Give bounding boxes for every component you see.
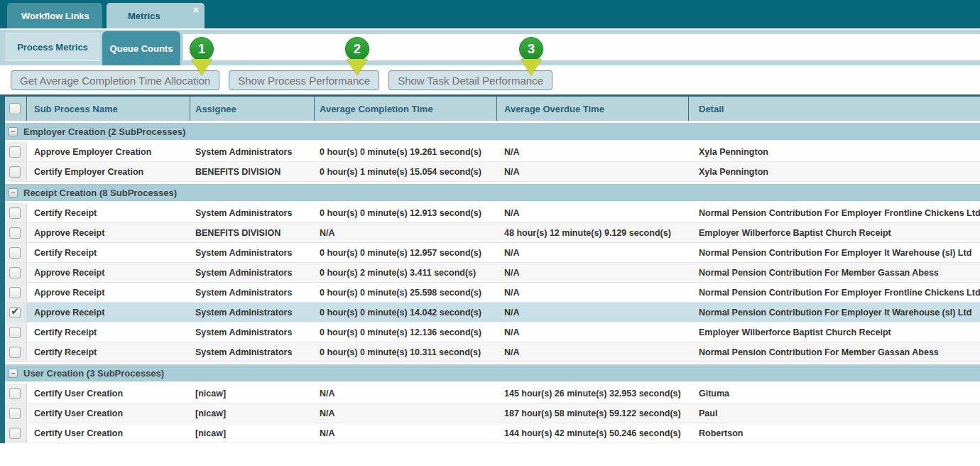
table-row[interactable]: Certify Receipt System Administrators 0 … <box>5 323 980 342</box>
table-row[interactable]: Certify User Creation [nicaw] N/A 145 ho… <box>5 384 980 403</box>
tab-metrics-label: Metrics <box>128 11 160 21</box>
row-checkbox[interactable] <box>9 347 21 358</box>
get-average-completion-time-allocation-button[interactable]: Get Average Completion Time Allocation <box>11 70 219 90</box>
row-checkbox[interactable] <box>9 227 21 239</box>
row-checkbox[interactable] <box>9 247 21 259</box>
cell-average-overdue-time: 144 hour(s) 42 minute(s) 50.246 second(s… <box>497 423 689 443</box>
cell-average-overdue-time: 145 hour(s) 26 minute(s) 32.953 second(s… <box>497 384 689 403</box>
row-checkbox[interactable] <box>9 146 21 158</box>
table-row[interactable]: Certify User Creation [nicaw] N/A 144 ho… <box>5 423 980 443</box>
row-checkbox-cell <box>5 283 27 302</box>
row-checkbox[interactable] <box>9 388 21 399</box>
group-label: User Creation (3 SubProcesses) <box>23 368 164 379</box>
tab-metrics[interactable]: Metrics × <box>107 3 205 28</box>
cell-assignee: System Administrators <box>190 283 315 302</box>
cell-detail: Normal Pension Contribution For Member G… <box>689 342 980 362</box>
cell-detail: Paul <box>689 403 980 423</box>
cell-average-overdue-time: N/A <box>497 243 689 262</box>
cell-detail: Robertson <box>689 423 980 443</box>
cell-assignee: System Administrators <box>190 342 315 362</box>
row-checkbox[interactable] <box>9 287 21 298</box>
column-header-assignee[interactable]: Assignee <box>190 97 315 121</box>
cell-assignee: BENEFITS DIVISION <box>190 223 315 242</box>
cell-average-completion-time: N/A <box>315 384 497 403</box>
row-checkbox[interactable] <box>9 428 21 439</box>
row-checkbox-cell <box>5 384 27 403</box>
callout-1-number: 1 <box>190 37 214 61</box>
column-header-sub-process-name[interactable]: Sub Process Name <box>27 97 190 121</box>
close-icon[interactable]: × <box>193 5 199 15</box>
cell-average-completion-time: 0 hour(s) 0 minute(s) 19.261 second(s) <box>315 142 497 161</box>
table-row[interactable]: Certify User Creation [nicaw] N/A 187 ho… <box>5 403 980 423</box>
row-checkbox[interactable]: ✔ <box>9 307 21 318</box>
table-row[interactable]: Approve Receipt System Administrators 0 … <box>5 263 980 283</box>
row-checkbox[interactable] <box>9 166 21 178</box>
table-row[interactable]: Approve Receipt BENEFITS DIVISION N/A 48… <box>5 223 980 243</box>
cell-average-completion-time: 0 hour(s) 2 minute(s) 3.411 second(s) <box>315 263 497 282</box>
tab-queue-counts[interactable]: Queue Counts <box>102 31 180 65</box>
collapse-icon[interactable]: − <box>9 127 18 136</box>
row-checkbox-cell <box>5 342 27 362</box>
tab-workflow-links[interactable]: Workflow Links <box>7 3 102 28</box>
row-checkbox[interactable] <box>9 327 21 338</box>
table-row[interactable]: ✔ Approve Receipt System Administrators … <box>5 303 980 323</box>
cell-sub-process-name: Approve Receipt <box>27 303 190 322</box>
column-header-average-overdue-time[interactable]: Average Overdue Time <box>497 97 689 121</box>
table-body: − Employer Creation (2 SubProcesses) App… <box>5 123 980 443</box>
table-row[interactable]: Certify Receipt System Administrators 0 … <box>5 203 980 223</box>
cell-assignee: BENEFITS DIVISION <box>190 162 315 181</box>
row-checkbox[interactable] <box>9 267 21 278</box>
cell-assignee: System Administrators <box>190 203 315 222</box>
cell-assignee: System Administrators <box>190 243 315 262</box>
cell-assignee: System Administrators <box>190 142 315 161</box>
cell-detail: Normal Pension Contribution For Employer… <box>689 283 980 302</box>
row-checkbox[interactable] <box>9 408 21 419</box>
cell-assignee: System Administrators <box>190 303 315 322</box>
table-row[interactable]: Certify Employer Creation BENEFITS DIVIS… <box>5 162 980 182</box>
row-checkbox[interactable] <box>9 207 21 219</box>
cell-average-overdue-time: 187 hour(s) 58 minute(s) 59.122 second(s… <box>497 403 689 423</box>
arrow-down-icon <box>347 59 368 75</box>
row-checkbox-cell <box>5 243 27 262</box>
cell-average-overdue-time: N/A <box>497 263 689 282</box>
cell-sub-process-name: Certify User Creation <box>27 423 190 443</box>
toolbar: Get Average Completion Time Allocation S… <box>0 65 980 94</box>
group-label: Receipt Creation (8 SubProcesses) <box>23 188 177 198</box>
cell-sub-process-name: Certify Receipt <box>27 243 190 262</box>
cell-average-overdue-time: N/A <box>497 283 689 302</box>
collapse-icon[interactable]: − <box>9 369 18 378</box>
cell-average-overdue-time: N/A <box>497 142 689 161</box>
cell-average-completion-time: 0 hour(s) 1 minute(s) 15.054 second(s) <box>315 162 497 181</box>
row-checkbox-cell <box>5 423 27 443</box>
select-all-checkbox[interactable] <box>9 103 21 114</box>
row-checkbox-cell: ✔ <box>5 303 27 322</box>
cell-detail: Normal Pension Contribution For Employer… <box>689 203 980 222</box>
group-header[interactable]: − Employer Creation (2 SubProcesses) <box>5 123 980 140</box>
table-row[interactable]: Approve Employer Creation System Adminis… <box>5 142 980 162</box>
sub-tab-zone: Process Metrics Queue Counts <box>0 28 980 65</box>
cell-detail: Employer Wilberforce Baptist Church Rece… <box>689 323 980 342</box>
column-header-detail[interactable]: Detail <box>689 97 980 121</box>
collapse-icon[interactable]: − <box>9 188 18 197</box>
cell-average-overdue-time: N/A <box>497 162 689 181</box>
group-header[interactable]: − Receipt Creation (8 SubProcesses) <box>5 184 980 201</box>
tab-process-metrics[interactable]: Process Metrics <box>6 33 99 61</box>
cell-average-overdue-time: N/A <box>497 203 689 222</box>
cell-assignee: [nicaw] <box>190 403 315 423</box>
table-row[interactable]: Certify Receipt System Administrators 0 … <box>5 342 980 362</box>
row-checkbox-cell <box>5 323 27 342</box>
table-row[interactable]: Approve Receipt System Administrators 0 … <box>5 283 980 303</box>
cell-average-completion-time: 0 hour(s) 0 minute(s) 12.957 second(s) <box>315 243 497 262</box>
callout-badge-1: 1 <box>190 37 214 75</box>
cell-average-overdue-time: 48 hour(s) 12 minute(s) 9.129 second(s) <box>497 223 689 242</box>
cell-sub-process-name: Certify Receipt <box>27 323 190 342</box>
column-header-average-completion-time[interactable]: Average Completion Time <box>315 97 497 121</box>
table-row[interactable]: Certify Receipt System Administrators 0 … <box>5 243 980 263</box>
row-checkbox-cell <box>5 203 27 222</box>
cell-detail: Employer Wilberforce Baptist Church Rece… <box>689 223 980 242</box>
group-header[interactable]: − User Creation (3 SubProcesses) <box>5 364 980 381</box>
row-checkbox-cell <box>5 403 27 423</box>
cell-average-overdue-time: N/A <box>497 323 689 342</box>
table-header-row: Sub Process Name Assignee Average Comple… <box>5 97 980 121</box>
cell-assignee: System Administrators <box>190 263 315 282</box>
